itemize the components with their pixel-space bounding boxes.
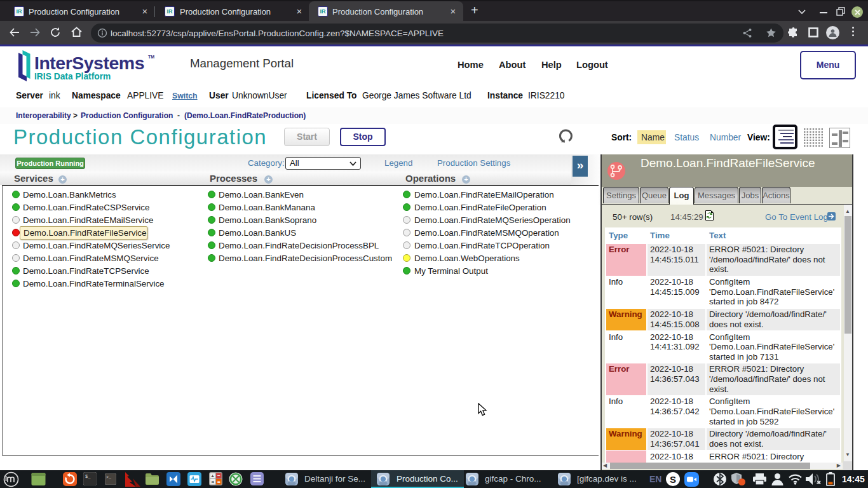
svg-text:$_: $_ — [85, 474, 91, 479]
svg-text:>_: >_ — [106, 475, 111, 480]
svg-text:+: + — [211, 473, 214, 479]
svg-text:×: × — [211, 479, 214, 485]
svg-text:TM: TM — [148, 55, 154, 59]
svg-text:InterSystems: InterSystems — [34, 53, 144, 73]
svg-text:=: = — [217, 479, 220, 485]
svg-text:IRIS Data Platform: IRIS Data Platform — [34, 72, 111, 81]
svg-text:−: − — [217, 473, 220, 478]
